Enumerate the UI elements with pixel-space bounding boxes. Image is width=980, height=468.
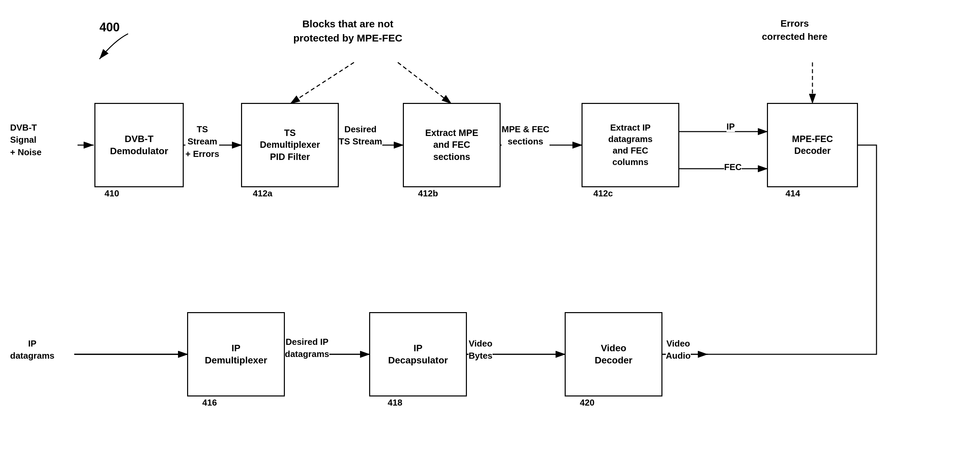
blocks-not-protected-label: Blocks that are notprotected by MPE-FEC (293, 17, 402, 45)
arrows-svg (0, 0, 980, 468)
extract-ip-number: 412c (593, 188, 613, 199)
dvbt-signal-label: DVB-TSignal+ Noise (10, 121, 41, 158)
ts-stream-label: TSStream+ Errors (185, 123, 219, 160)
ip-decapsulator-block: IPDecapsulator (369, 312, 467, 396)
mpe-fec-decoder-block: MPE-FECDecoder (767, 103, 858, 187)
mpe-fec-sections-label: MPE & FECsections (502, 123, 549, 148)
fec-label: FEC (724, 162, 742, 173)
diagram-container: 400 Blocks that are notprotected by MPE-… (0, 0, 980, 468)
video-audio-label: VideoAudio (666, 337, 691, 362)
extract-ip-block: Extract IPdatagramsand FECcolumns (582, 103, 679, 187)
ip-demux-block: IPDemultiplexer (187, 312, 285, 396)
diagram-number: 400 (99, 20, 120, 34)
extract-mpe-block: Extract MPEand FECsections (403, 103, 501, 187)
ip-decapsulator-number: 418 (388, 398, 402, 408)
ip-demux-number: 416 (202, 398, 217, 408)
svg-line-14 (398, 62, 452, 104)
desired-ts-label: DesiredTS Stream (339, 123, 382, 148)
ip-top-label: IP (727, 121, 735, 132)
desired-ip-label: Desired IPdatagrams (285, 336, 329, 360)
video-decoder-block: VideoDecoder (565, 312, 662, 396)
extract-mpe-number: 412b (418, 188, 438, 199)
ts-demux-number: 412a (253, 188, 272, 199)
ts-demux-block: TSDemultiplexerPID Filter (241, 103, 339, 187)
dvbt-number: 410 (105, 188, 119, 199)
video-decoder-number: 420 (580, 398, 594, 408)
mpe-fec-decoder-number: 414 (786, 188, 800, 199)
errors-corrected-label: Errorscorrected here (762, 17, 827, 43)
ip-datagrams-label: IPdatagrams (10, 337, 55, 362)
video-bytes-label: VideoBytes (469, 337, 493, 362)
svg-line-13 (290, 62, 354, 104)
dvbt-demodulator-block: DVB-TDemodulator (94, 103, 184, 187)
